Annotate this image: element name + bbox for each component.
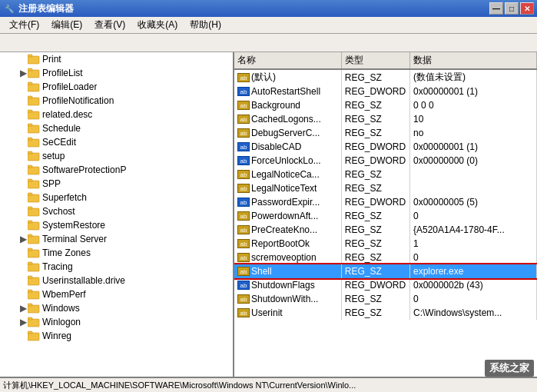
reg-data-cell: {A520A1A4-1780-4F... [409,223,536,237]
tree-item-label: Superfetch [42,192,87,203]
table-row[interactable]: abBackgroundREG_SZ0 0 0 [234,98,537,112]
table-row[interactable]: abShutdownFlagsREG_DWORD0x0000002b (43) [234,278,537,292]
tree-item-label: Windows [42,303,80,314]
table-row[interactable]: abDisableCADREG_DWORD0x00000001 (1) [234,140,537,154]
reg-name-cell: abAutoRestartShell [234,85,341,98]
reg-type-cell: REG_SZ [341,168,409,181]
svg-rect-16 [28,167,39,174]
svg-rect-18 [28,181,39,188]
tree-item-label: related.desc [42,109,92,120]
table-row[interactable]: abPasswordExpir...REG_DWORD0x00000005 (5… [234,195,537,209]
table-row[interactable]: abLegalNoticeTextREG_SZ [234,181,537,195]
tree-item[interactable]: Schedule [0,121,233,135]
reg-data-cell: 10 [409,112,536,126]
tree-item-label: Tracing [42,261,73,272]
tree-item[interactable]: ▶ Winlogon [0,315,233,329]
tree-item[interactable]: ProfileNotification [0,94,233,108]
reg-name-label: Userinit [251,307,283,318]
registry-scroll[interactable]: 名称 类型 数据 ab(默认)REG_SZ(数值未设置)abAutoRestar… [234,52,537,377]
reg-type-cell: REG_SZ [341,251,409,264]
tree-item[interactable]: SystemRestore [0,218,233,232]
tree-item[interactable]: Superfetch [0,191,233,204]
title-bar-text: 注册表编辑器 [18,2,489,15]
reg-name-label: Shell [251,266,272,277]
reg-name-cell: abCachedLogons... [234,112,341,126]
folder-icon [28,54,40,65]
tree-arrow-icon: ▶ [18,317,28,327]
table-row[interactable]: abPreCreateKno...REG_SZ{A520A1A4-1780-4F… [234,223,537,237]
menu-favorites[interactable]: 收藏夹(A) [131,17,184,33]
tree-item[interactable]: related.desc [0,108,233,121]
svg-rect-4 [28,84,39,91]
reg-data-cell: no [409,126,536,140]
table-row[interactable]: abPowerdownAft...REG_SZ0 [234,209,537,223]
svg-rect-12 [28,139,39,147]
table-row[interactable]: abShellREG_SZexplorer.exe [234,264,537,278]
reg-name-cell: abReportBootOk [234,237,341,251]
svg-rect-0 [28,56,39,64]
table-row[interactable]: abUserinitREG_SZC:\Windows\system... [234,306,537,320]
reg-type-cell: REG_SZ [341,223,409,237]
tree-item[interactable]: SoftwareProtectionP [0,163,233,177]
reg-dword-icon: ab [237,156,250,165]
folder-icon [28,109,40,120]
menu-file[interactable]: 文件(F) [3,17,45,33]
tree-item[interactable]: ▶ ProfileList [0,66,233,80]
table-row[interactable]: abForceUnlockLo...REG_DWORD0x00000000 (0… [234,154,537,168]
folder-icon [28,317,40,327]
svg-rect-17 [28,165,32,168]
title-bar-buttons: — □ ✕ [489,2,534,15]
table-row[interactable]: abCachedLogons...REG_SZ10 [234,112,537,126]
minimize-button[interactable]: — [489,2,503,15]
tree-item[interactable]: WbemPerf [0,287,233,301]
reg-name-label: (默认) [251,71,276,84]
tree-item[interactable]: Userinstallable.drive [0,274,233,287]
tree-item[interactable]: ▶ Windows [0,301,233,315]
menu-edit[interactable]: 编辑(E) [45,17,88,33]
reg-type-cell: REG_SZ [341,112,409,126]
folder-icon [28,234,40,244]
menu-help[interactable]: 帮助(H) [184,17,227,33]
svg-rect-39 [28,317,32,320]
reg-type-cell: REG_DWORD [341,140,409,154]
folder-icon [28,247,40,258]
table-row[interactable]: abDebugServerC...REG_SZno [234,126,537,140]
reg-type-cell: REG_DWORD [341,278,409,292]
reg-name-label: ShutdownFlags [251,280,315,291]
close-button[interactable]: ✕ [520,2,534,15]
reg-name-label: scremoveoption [251,252,317,263]
svg-rect-14 [28,153,39,161]
menu-view[interactable]: 查看(V) [88,17,131,33]
table-row[interactable]: abAutoRestartShellREG_DWORD0x00000001 (1… [234,85,537,98]
reg-sz-icon: ab [237,294,250,304]
table-row[interactable]: abShutdownWith...REG_SZ0 [234,292,537,306]
table-row[interactable]: abscremoveoptionREG_SZ0 [234,251,537,264]
reg-name-cell: abForceUnlockLo... [234,154,341,168]
reg-dword-icon: ab [237,198,250,207]
tree-item[interactable]: Tracing [0,260,233,274]
reg-name-cell: abBackground [234,98,341,112]
tree-item[interactable]: SPP [0,177,233,191]
tree-item[interactable]: Time Zones [0,246,233,260]
tree-item[interactable]: ▶ Terminal Server [0,232,233,246]
table-row[interactable]: abReportBootOkREG_SZ1 [234,237,537,251]
maximize-button[interactable]: □ [505,2,519,15]
tree-item[interactable]: Winreg [0,329,233,343]
tree-panel[interactable]: Print▶ ProfileList ProfileLoader Profile… [0,52,234,377]
tree-item-label: SeCEdit [42,137,76,148]
toolbar [0,34,537,52]
status-bar: 计算机\HKEY_LOCAL_MACHINE\SOFTWARE\Microsof… [0,377,537,392]
table-row[interactable]: ab(默认)REG_SZ(数值未设置) [234,69,537,85]
tree-item[interactable]: ProfileLoader [0,80,233,94]
folder-icon [28,68,40,78]
table-row[interactable]: abLegalNoticeCa...REG_SZ [234,168,537,181]
tree-item[interactable]: Print [0,52,233,66]
reg-name-label: PasswordExpir... [251,197,320,208]
reg-sz-icon: ab [237,170,250,179]
tree-item[interactable]: Svchost [0,204,233,218]
svg-rect-30 [28,264,39,271]
tree-item[interactable]: setup [0,149,233,163]
reg-sz-icon: ab [237,73,250,82]
tree-item[interactable]: SeCEdit [0,135,233,149]
reg-sz-icon: ab [237,101,250,110]
